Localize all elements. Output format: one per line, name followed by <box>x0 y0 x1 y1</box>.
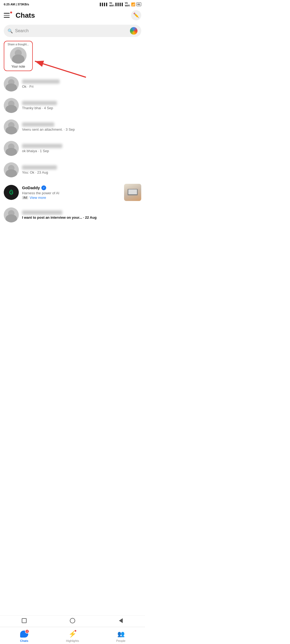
avatar <box>4 141 19 156</box>
avatar-body <box>6 126 17 134</box>
chat-info: Ok · Fri <box>22 79 141 89</box>
vo-wifi2-label: VoWiFi <box>125 2 130 7</box>
status-bar: 6:25 AM | 373KB/s ▌▌▌▌ VoWiFi ▌▌▌▌ VoWiF… <box>0 0 145 8</box>
chat-preview: I want to post an interview on your... ·… <box>22 215 141 219</box>
ad-name: GoDaddy <box>22 185 40 190</box>
chat-item[interactable]: Thanky bhai · 4 Sep <box>0 95 145 116</box>
header: Chats ✏️ <box>0 8 145 23</box>
ad-headline: Harness the power of AI <box>22 191 121 195</box>
chat-preview: Thanky bhai · 4 Sep <box>22 106 141 110</box>
chat-info: Thanky bhai · 4 Sep <box>22 101 141 110</box>
status-time: 6:25 AM | 373KB/s <box>4 3 29 6</box>
ad-view-more-link[interactable]: View more <box>30 196 46 200</box>
godaddy-logo-icon: G <box>6 188 16 197</box>
avatar-body <box>6 83 17 92</box>
chat-name-blurred <box>22 144 62 148</box>
avatar <box>4 76 19 92</box>
avatar-body <box>6 169 17 177</box>
chat-info: Veeru sent an attachment. · 3 Sep <box>22 122 141 131</box>
ad-chat-info: GoDaddy ✓ Harness the power of AI Ad Vie… <box>22 185 121 200</box>
your-note-card[interactable]: Share a thought... Your note <box>4 41 33 71</box>
chat-preview: ok bhaiya · 1 Sep <box>22 149 141 153</box>
avatar-body <box>6 214 17 222</box>
chat-name-row <box>22 165 141 170</box>
page-title: Chats <box>16 11 35 20</box>
chat-preview-bold: I want to post an interview on your... ·… <box>22 215 97 219</box>
chat-name-row <box>22 79 141 84</box>
chat-name-blurred <box>22 101 57 105</box>
header-left: Chats <box>4 11 35 20</box>
chat-name-row <box>22 122 141 127</box>
chat-name-blurred <box>22 210 62 215</box>
chat-name-row <box>22 144 141 148</box>
verified-badge-icon: ✓ <box>41 185 46 190</box>
godaddy-avatar: G <box>4 185 19 200</box>
chat-item[interactable]: Veeru sent an attachment. · 3 Sep <box>0 116 145 138</box>
laptop-icon <box>128 189 138 195</box>
chat-name-row: GoDaddy ✓ <box>22 185 121 190</box>
battery-indicator: 61 <box>136 2 141 6</box>
menu-notification-dot <box>10 11 12 14</box>
note-thought-text: Share a thought... <box>8 43 29 46</box>
ad-item[interactable]: G GoDaddy ✓ Harness the power of AI Ad V… <box>0 181 145 204</box>
chat-info: I want to post an interview on your... ·… <box>22 210 141 219</box>
menu-button[interactable] <box>4 11 13 20</box>
chat-info: You: Ok · 23 Aug <box>22 165 141 174</box>
search-avatar-icon <box>130 27 137 35</box>
your-note-section: Share a thought... Your note <box>0 40 145 73</box>
chat-info: ok bhaiya · 1 Sep <box>22 144 141 153</box>
note-avatar <box>10 47 27 64</box>
chat-preview: You: Ok · 23 Aug <box>22 170 141 174</box>
chat-item[interactable]: Ok · Fri <box>0 73 145 95</box>
avatar-body <box>6 148 17 156</box>
note-label: Your note <box>12 65 25 68</box>
chat-name-row <box>22 210 141 215</box>
avatar-body <box>12 54 24 64</box>
ad-thumbnail-image <box>124 184 141 201</box>
pencil-icon: ✏️ <box>133 12 139 18</box>
vo-wifi-label: VoWiFi <box>109 2 114 7</box>
signal2-icon: ▌▌▌▌ <box>115 3 124 6</box>
ad-row: Ad View more <box>22 196 121 200</box>
ad-thumbnail <box>124 184 141 201</box>
chat-name-blurred <box>22 79 60 84</box>
chat-item[interactable]: You: Ok · 23 Aug <box>0 159 145 181</box>
search-bar[interactable]: 🔍 Search <box>4 25 141 37</box>
compose-button[interactable]: ✏️ <box>131 10 141 20</box>
chat-preview: Veeru sent an attachment. · 3 Sep <box>22 127 141 131</box>
chat-preview: Ok · Fri <box>22 85 141 89</box>
status-icons: ▌▌▌▌ VoWiFi ▌▌▌▌ VoWiFi 📶 61 <box>100 2 141 7</box>
wifi-icon: 📶 <box>131 2 135 6</box>
chat-item[interactable]: I want to post an interview on your... ·… <box>0 204 145 226</box>
chat-name-blurred <box>22 122 54 127</box>
chat-list: Ok · Fri Thanky bhai · 4 Sep Veeru sent … <box>0 73 145 226</box>
chat-name-row <box>22 101 141 105</box>
signal-icon: ▌▌▌▌ <box>100 3 108 6</box>
battery-level: 61 <box>137 3 140 6</box>
chat-name-blurred <box>22 165 57 170</box>
ad-label: Ad <box>22 196 28 199</box>
laptop-screen <box>128 189 137 194</box>
avatar <box>4 98 19 113</box>
avatar-body <box>6 105 17 113</box>
search-input[interactable]: Search <box>15 28 128 33</box>
avatar <box>4 162 19 177</box>
avatar <box>4 119 19 134</box>
search-icon: 🔍 <box>8 28 13 34</box>
avatar <box>4 207 19 222</box>
chat-item[interactable]: ok bhaiya · 1 Sep <box>0 138 145 159</box>
